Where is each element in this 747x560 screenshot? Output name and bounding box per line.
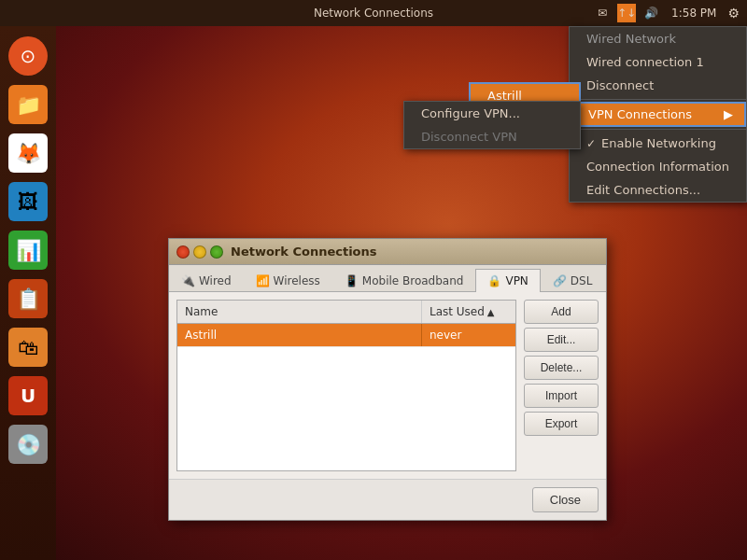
sidebar-item-presentation[interactable]: 📋 bbox=[6, 276, 50, 321]
add-button[interactable]: Add bbox=[524, 300, 599, 324]
table-row[interactable]: Astrill never bbox=[177, 324, 515, 347]
software-icon: 🛍 bbox=[8, 328, 48, 367]
taskbar-icons: ✉ ↑↓ 🔊 1:58 PM ⚙ bbox=[593, 4, 740, 22]
check-icon: ✓ bbox=[586, 137, 596, 150]
table-header: Name Last Used ▲ bbox=[177, 301, 515, 324]
col-lastused-header[interactable]: Last Used ▲ bbox=[422, 301, 515, 323]
vpn-submenu: Configure VPN... Disconnect VPN bbox=[403, 101, 581, 149]
close-window-button[interactable] bbox=[176, 245, 190, 259]
nc-content: Name Last Used ▲ Astrill never Add Edit.… bbox=[169, 292, 606, 479]
disk-icon: 💿 bbox=[8, 425, 48, 464]
taskbar: Network Connections ✉ ↑↓ 🔊 1:58 PM ⚙ bbox=[0, 0, 747, 26]
edit-connections-item[interactable]: Edit Connections... bbox=[570, 178, 746, 202]
network-dropdown: Wired Network Wired connection 1 Disconn… bbox=[569, 26, 747, 203]
sidebar-item-firefox[interactable]: 🦊 bbox=[6, 131, 50, 175]
disconnect-item[interactable]: Disconnect bbox=[570, 74, 746, 97]
tab-mobile[interactable]: 📱 Mobile Broadband bbox=[332, 269, 476, 292]
connection-info-item[interactable]: Connection Information bbox=[570, 155, 746, 178]
email-icon[interactable]: ✉ bbox=[593, 4, 612, 22]
wireless-tab-icon: 📶 bbox=[256, 274, 270, 287]
settings-icon[interactable]: ⚙ bbox=[727, 6, 740, 21]
submenu-arrow-icon: ▶ bbox=[724, 107, 733, 121]
col-name-header[interactable]: Name bbox=[177, 301, 422, 323]
photos-icon: 🖼 bbox=[8, 182, 48, 221]
network-icon[interactable]: ↑↓ bbox=[617, 4, 636, 22]
sidebar-item-ubuntu-one[interactable]: U bbox=[6, 373, 50, 418]
export-button[interactable]: Export bbox=[524, 412, 599, 436]
taskbar-title: Network Connections bbox=[314, 7, 433, 20]
import-button[interactable]: Import bbox=[524, 384, 599, 408]
spreadsheet-icon: 📊 bbox=[8, 231, 48, 270]
nc-action-buttons: Add Edit... Delete... Import Export bbox=[524, 300, 599, 471]
sidebar-item-photos[interactable]: 🖼 bbox=[6, 179, 50, 224]
tab-wireless[interactable]: 📶 Wireless bbox=[244, 269, 332, 292]
vpn-connections-item[interactable]: VPN Connections ▶ bbox=[570, 102, 746, 127]
ubuntu-one-icon: U bbox=[8, 376, 48, 415]
disconnect-vpn-item: Disconnect VPN bbox=[404, 125, 580, 148]
wired-connection-1[interactable]: Wired connection 1 bbox=[570, 50, 746, 74]
sidebar-item-software[interactable]: 🛍 bbox=[6, 325, 50, 370]
tab-wired[interactable]: 🔌 Wired bbox=[169, 269, 244, 292]
edit-button[interactable]: Edit... bbox=[524, 328, 599, 352]
desktop: Network Connections ✉ ↑↓ 🔊 1:58 PM ⚙ ⊙ 📁… bbox=[0, 0, 747, 560]
sidebar: ⊙ 📁 🦊 🖼 📊 📋 🛍 U 💿 bbox=[0, 26, 56, 560]
wired-network-header: Wired Network bbox=[570, 27, 746, 50]
nc-close-button[interactable]: Close bbox=[532, 487, 599, 512]
files-icon: 📁 bbox=[8, 85, 48, 124]
tab-dsl[interactable]: 🔗 DSL bbox=[541, 269, 605, 292]
minimize-window-button[interactable] bbox=[193, 245, 206, 259]
firefox-icon: 🦊 bbox=[8, 133, 48, 173]
enable-networking-item[interactable]: ✓ Enable Networking bbox=[570, 132, 746, 155]
row-name-cell: Astrill bbox=[177, 324, 422, 346]
presentation-icon: 📋 bbox=[8, 279, 48, 318]
mobile-tab-icon: 📱 bbox=[345, 274, 359, 287]
window-title: Network Connections bbox=[231, 245, 377, 259]
ubuntu-logo-icon: ⊙ bbox=[8, 36, 48, 76]
sort-arrow-icon: ▲ bbox=[487, 307, 495, 317]
wired-tab-icon: 🔌 bbox=[181, 274, 195, 287]
vpn-tab-icon: 🔒 bbox=[487, 274, 501, 287]
window-controls bbox=[176, 245, 223, 259]
sidebar-item-disk[interactable]: 💿 bbox=[6, 422, 50, 467]
sound-icon[interactable]: 🔊 bbox=[641, 4, 660, 22]
window-titlebar: Network Connections bbox=[169, 239, 606, 265]
dropdown-separator-2 bbox=[570, 129, 746, 130]
sidebar-item-files[interactable]: 📁 bbox=[6, 82, 50, 127]
nc-tabs: 🔌 Wired 📶 Wireless 📱 Mobile Broadband 🔒 … bbox=[169, 265, 606, 292]
configure-vpn-item[interactable]: Configure VPN... bbox=[404, 102, 580, 125]
sidebar-item-ubuntu[interactable]: ⊙ bbox=[6, 34, 50, 78]
dropdown-separator bbox=[570, 99, 746, 100]
network-connections-window: Network Connections 🔌 Wired 📶 Wireless 📱… bbox=[168, 238, 607, 521]
taskbar-time: 1:58 PM bbox=[671, 7, 716, 20]
dsl-tab-icon: 🔗 bbox=[553, 274, 567, 287]
delete-button[interactable]: Delete... bbox=[524, 356, 599, 380]
maximize-window-button[interactable] bbox=[210, 245, 223, 259]
sidebar-item-spreadsheet[interactable]: 📊 bbox=[6, 228, 50, 273]
row-lastused-cell: never bbox=[422, 324, 515, 346]
tab-vpn[interactable]: 🔒 VPN bbox=[475, 269, 540, 292]
nc-table: Name Last Used ▲ Astrill never bbox=[176, 300, 516, 471]
nc-footer: Close bbox=[169, 479, 606, 520]
